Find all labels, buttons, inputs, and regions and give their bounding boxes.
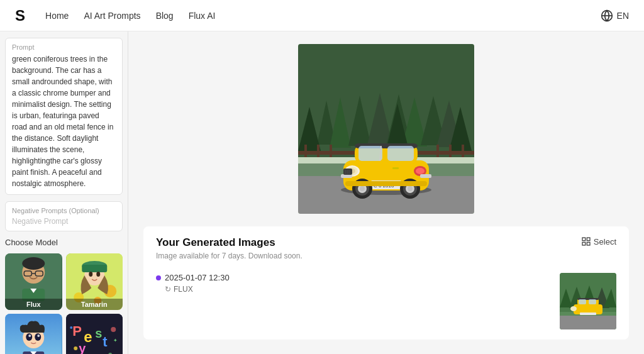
svg-point-17	[96, 272, 100, 277]
model-card-flux[interactable]: Flux	[5, 253, 62, 310]
generated-subtitle: Image available for 7 days. Download soo…	[156, 252, 303, 260]
svg-rect-107	[589, 299, 596, 304]
flux-model-name: Flux	[5, 299, 62, 310]
svg-rect-106	[579, 299, 586, 304]
thumbnail-container[interactable]	[560, 273, 616, 329]
sidebar: Prompt green coniferous trees in the bac…	[0, 31, 128, 354]
hero-image-container: C·6 2016	[143, 44, 629, 214]
model-grid: Flux	[5, 253, 123, 354]
svg-rect-79	[392, 167, 399, 169]
prompt-label: Prompt	[12, 43, 116, 51]
model-card-super-anime[interactable]: Super Anime	[5, 314, 62, 354]
language-label: EN	[617, 11, 629, 21]
svg-rect-75	[343, 169, 352, 175]
generated-title: Your Generated Images	[156, 236, 303, 249]
svg-text:✦: ✦	[113, 338, 118, 343]
image-model: ↻ FLUX	[156, 285, 550, 294]
image-meta: 2025-01-07 12:30 ↻ FLUX	[156, 273, 550, 294]
svg-rect-56	[317, 145, 319, 157]
svg-rect-66	[387, 146, 414, 161]
svg-point-16	[89, 272, 92, 277]
svg-text:y: y	[79, 341, 86, 354]
svg-point-89	[408, 186, 413, 191]
refresh-icon: ↻	[165, 285, 171, 294]
svg-rect-90	[345, 181, 427, 186]
prompt-box[interactable]: Prompt green coniferous trees in the bac…	[5, 38, 123, 195]
nav-flux-ai[interactable]: Flux AI	[189, 11, 216, 21]
image-entry: 2025-01-07 12:30 ↻ FLUX	[156, 273, 616, 329]
svg-rect-91	[582, 238, 586, 241]
tamarin-model-name: Tamarin	[66, 299, 123, 310]
svg-point-4	[22, 257, 45, 270]
super-anime-model-image	[5, 314, 62, 354]
svg-point-112	[570, 306, 577, 311]
svg-rect-65	[358, 146, 382, 161]
select-label: Select	[594, 237, 616, 246]
select-icon	[581, 236, 591, 246]
nav-ai-art-prompts[interactable]: AI Art Prompts	[84, 11, 140, 21]
hero-image: C·6 2016	[298, 44, 474, 214]
svg-rect-74	[420, 174, 431, 178]
language-selector[interactable]: EN	[601, 9, 629, 22]
svg-rect-55	[304, 145, 307, 157]
svg-point-23	[28, 335, 31, 337]
svg-rect-58	[436, 145, 439, 157]
svg-point-33	[111, 327, 116, 332]
svg-point-72	[416, 168, 425, 174]
model-card-tamarin[interactable]: Tamarin	[66, 253, 123, 310]
svg-rect-92	[587, 238, 590, 241]
model-name-text: FLUX	[174, 285, 193, 294]
svg-point-21	[26, 333, 32, 341]
negative-prompt-input[interactable]: Negative Prompt	[12, 217, 116, 226]
nav-blog[interactable]: Blog	[156, 11, 174, 21]
negative-prompt-label: Negative Prompts (Optional)	[12, 207, 116, 214]
content-area: C·6 2016 Your Gene	[128, 31, 644, 354]
visicanvas-model-image: P e s t y ✦ ✦ ✦	[66, 314, 123, 354]
generated-header-left: Your Generated Images Image available fo…	[156, 236, 303, 268]
svg-text:t: t	[103, 334, 108, 350]
svg-rect-113	[580, 313, 596, 315]
svg-rect-60	[462, 145, 464, 157]
generated-images-section: Your Generated Images Image available fo…	[143, 226, 629, 340]
svg-text:s: s	[95, 326, 102, 340]
image-date-text: 2025-01-07 12:30	[165, 273, 230, 282]
hero-image-svg: C·6 2016	[298, 44, 474, 214]
svg-point-22	[35, 333, 41, 341]
nav-home[interactable]: Home	[45, 11, 69, 21]
main-layout: Prompt green coniferous trees in the bac…	[0, 31, 644, 354]
select-button[interactable]: Select	[581, 236, 616, 246]
status-dot	[156, 275, 161, 280]
generated-header: Your Generated Images Image available fo…	[156, 236, 616, 268]
svg-rect-57	[330, 145, 332, 157]
negative-prompt-box[interactable]: Negative Prompts (Optional) Negative Pro…	[5, 201, 123, 231]
svg-rect-94	[587, 242, 590, 245]
svg-point-32	[74, 346, 77, 350]
image-date: 2025-01-07 12:30	[156, 273, 550, 282]
choose-model-label: Choose Model	[5, 238, 123, 247]
svg-point-85	[360, 186, 365, 191]
svg-rect-93	[582, 242, 586, 245]
model-card-visicanvas[interactable]: P e s t y ✦ ✦ ✦ visiCanvas	[66, 314, 123, 354]
thumbnail-image	[560, 273, 616, 329]
main-nav: Home AI Art Prompts Blog Flux AI	[45, 11, 601, 21]
site-header: S Home AI Art Prompts Blog Flux AI EN	[0, 0, 644, 31]
globe-icon	[601, 9, 613, 22]
svg-point-35	[70, 326, 72, 329]
site-logo[interactable]: S	[15, 7, 25, 25]
svg-point-24	[37, 335, 40, 337]
prompt-text: green coniferous trees in the background…	[12, 53, 116, 189]
svg-text:P: P	[72, 323, 82, 339]
svg-rect-15	[82, 265, 107, 272]
svg-rect-59	[449, 145, 452, 157]
